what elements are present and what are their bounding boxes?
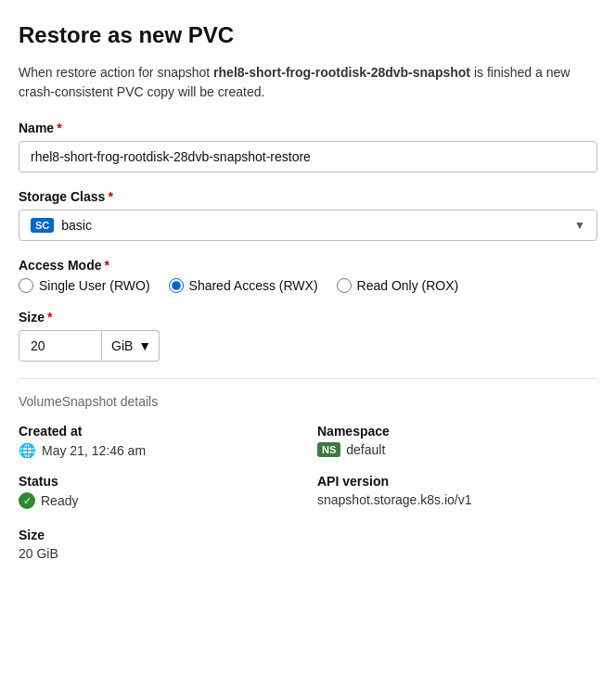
globe-icon: 🌐 [19, 442, 36, 459]
access-mode-required-star: * [104, 258, 109, 273]
api-version-label: API version [317, 474, 597, 489]
storage-class-required-star: * [108, 189, 112, 204]
radio-rwo-label: Single User (RWO) [39, 278, 150, 293]
namespace-label: Namespace [317, 424, 597, 439]
radio-rox-label: Read Only (ROX) [357, 278, 459, 293]
size-field-group: Size * GiB ▼ [19, 310, 597, 362]
namespace-item: Namespace NS default [317, 424, 597, 459]
storage-class-label: Storage Class * [19, 189, 597, 204]
namespace-value: NS default [317, 442, 597, 457]
page-title: Restore as new PVC [19, 22, 597, 48]
size-unit-select[interactable]: GiB ▼ [102, 330, 160, 362]
size-unit-value: GiB [111, 338, 133, 353]
radio-label-rwx[interactable]: Shared Access (RWX) [169, 278, 318, 293]
page-description: When restore action for snapshot rhel8-s… [19, 63, 597, 102]
storage-class-value: basic [61, 218, 574, 233]
size-detail-item: Size 20 GiB [19, 528, 299, 561]
storage-class-field-group: Storage Class * SC basic ▼ [19, 189, 597, 241]
radio-label-rwo[interactable]: Single User (RWO) [19, 278, 150, 293]
name-input[interactable] [19, 141, 597, 172]
access-mode-label: Access Mode * [19, 258, 597, 273]
created-at-item: Created at 🌐 May 21, 12:46 am [19, 424, 299, 459]
size-label: Size * [19, 310, 597, 325]
chevron-down-icon: ▼ [574, 219, 585, 232]
details-grid: Created at 🌐 May 21, 12:46 am Namespace … [19, 424, 597, 561]
ns-badge: NS [317, 442, 340, 457]
radio-rox[interactable] [337, 278, 352, 293]
name-label: Name * [19, 121, 597, 135]
status-value: ✓ Ready [19, 492, 299, 509]
access-mode-field-group: Access Mode * Single User (RWO) Shared A… [19, 258, 597, 293]
radio-rwx[interactable] [169, 278, 184, 293]
created-at-value: 🌐 May 21, 12:46 am [19, 442, 299, 459]
sc-badge: SC [31, 218, 54, 233]
description-prefix: When restore action for snapshot [19, 65, 213, 80]
section-divider [19, 378, 597, 379]
api-version-value: snapshot.storage.k8s.io/v1 [317, 492, 597, 507]
created-at-label: Created at [19, 424, 299, 439]
storage-class-select[interactable]: SC basic ▼ [19, 210, 597, 241]
radio-label-rox[interactable]: Read Only (ROX) [337, 278, 459, 293]
access-mode-radio-group: Single User (RWO) Shared Access (RWX) Re… [19, 278, 597, 293]
status-item: Status ✓ Ready [19, 474, 299, 509]
size-input[interactable] [19, 330, 102, 362]
api-version-item: API version snapshot.storage.k8s.io/v1 [317, 474, 597, 509]
status-label: Status [19, 474, 299, 489]
radio-rwo[interactable] [19, 278, 33, 293]
size-unit-chevron-icon: ▼ [138, 338, 151, 353]
size-detail-label: Size [19, 528, 299, 542]
snapshot-name-highlight: rhel8-short-frog-rootdisk-28dvb-snapshot [213, 65, 470, 80]
radio-rwx-label: Shared Access (RWX) [189, 278, 318, 293]
status-ready-icon: ✓ [19, 492, 35, 509]
name-required-star: * [57, 121, 61, 135]
name-field-group: Name * [19, 121, 597, 172]
size-detail-value: 20 GiB [19, 546, 299, 561]
size-row: GiB ▼ [19, 330, 597, 362]
size-required-star: * [47, 310, 52, 325]
details-section-title: VolumeSnapshot details [19, 394, 597, 409]
